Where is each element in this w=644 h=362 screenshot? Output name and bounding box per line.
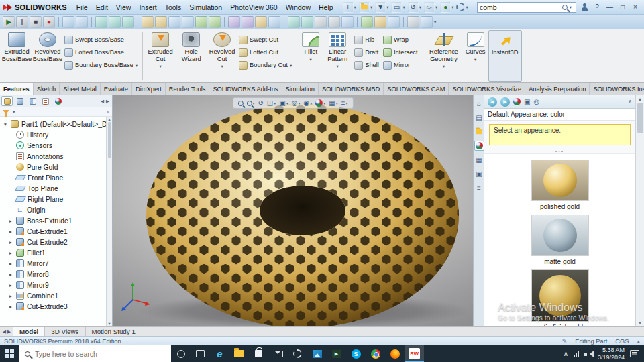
scene-icon[interactable] [241, 16, 254, 28]
view-orientation-icon[interactable] [95, 16, 107, 28]
tab-sheet-metal[interactable]: Sheet Metal [60, 83, 101, 95]
play-icon[interactable]: ▶ [3, 16, 15, 28]
tree-item-annotations[interactable]: Annotations [0, 151, 112, 162]
tray-chevron-up-icon[interactable]: ∧ [564, 350, 568, 357]
expander-icon[interactable]: ▸ [8, 293, 13, 299]
new-document-icon[interactable]: + [343, 2, 354, 13]
expander-icon[interactable]: ▸ [8, 218, 13, 224]
lofted-boss-base-button[interactable]: Lofted Boss/Base [64, 48, 138, 57]
hole-wizard-button[interactable]: Hole Wizard [176, 30, 207, 82]
help-toolbar-icon[interactable] [421, 16, 433, 28]
featuremanager-tree-tab[interactable] [1, 96, 13, 106]
section-view-icon[interactable] [209, 16, 221, 28]
photos-button[interactable] [307, 345, 327, 362]
zoom-area-icon[interactable] [122, 16, 134, 28]
boundary-cut-button[interactable]: Boundary Cut▾ [239, 60, 292, 70]
shell-button[interactable]: Shell [354, 60, 379, 70]
mass-properties-icon[interactable] [182, 16, 194, 28]
display-style-icon[interactable]: ◎▾ [292, 99, 301, 107]
open-document-icon[interactable] [76, 16, 88, 28]
tree-root-part[interactable]: ▾ Part1 (Default<<Default>_Display Sta..… [0, 119, 112, 129]
tab-render-tools[interactable]: Render Tools [166, 83, 210, 95]
tab-evaluate[interactable]: Evaluate [101, 83, 132, 95]
undo-icon[interactable]: ↺ [408, 2, 419, 13]
print-dropdown-arrow[interactable]: ▾ [402, 5, 405, 10]
zoom-fit-icon[interactable] [109, 16, 121, 28]
rebuild-icon[interactable]: ● [440, 2, 451, 13]
expander-icon[interactable]: ▸ [8, 229, 13, 235]
view-settings-icon[interactable]: ≡▾ [341, 99, 348, 107]
new-dropdown-arrow[interactable]: ▾ [354, 5, 356, 10]
render-options-icon[interactable] [315, 16, 327, 28]
measure-icon[interactable] [168, 16, 180, 28]
boundary-boss-dropdown-arrow[interactable]: ▾ [136, 63, 138, 68]
solidworks-resources-tab[interactable]: ⌂ [474, 99, 484, 109]
filter-funnel-icon[interactable] [3, 110, 9, 114]
toolbar-overflow-arrow[interactable]: ▾ [434, 19, 436, 25]
tree-item-mirror9[interactable]: ▸Mirror9 [0, 280, 112, 290]
displaymanager-tab[interactable] [52, 96, 64, 106]
scroll-thumb[interactable] [637, 103, 643, 133]
undo-dropdown-arrow[interactable]: ▾ [419, 5, 421, 10]
camera-icon[interactable] [268, 16, 280, 28]
swept-cut-button[interactable]: Swept Cut [239, 35, 292, 44]
tree-scrollbar[interactable]: ▲ ▼ [106, 117, 112, 326]
start-button[interactable] [0, 345, 19, 362]
more-options[interactable]: ... [484, 147, 635, 153]
open-icon[interactable] [359, 2, 370, 13]
tree-item-sensors[interactable]: Sensors [0, 140, 112, 151]
extruded-boss-base-button[interactable]: Extruded Boss/Base [1, 30, 32, 82]
custom-properties-tab[interactable]: ▣ [474, 169, 484, 179]
expander-icon[interactable]: ▸ [8, 239, 13, 245]
expander-icon[interactable]: ▸ [8, 250, 13, 256]
evaluate-icon[interactable] [195, 16, 207, 28]
intersect-button[interactable]: Intersect [383, 48, 418, 57]
matte-gold-thumbnail[interactable] [531, 215, 589, 256]
taskbar-clock[interactable]: 5:38 AM 3/19/2024 [598, 347, 625, 361]
rebuild-dropdown-arrow[interactable]: ▾ [451, 5, 453, 10]
zoom-area-icon[interactable]: ▾ [246, 101, 254, 106]
schedule-render-icon[interactable] [328, 16, 340, 28]
store-button[interactable] [249, 345, 268, 362]
tab-analysis-preparation[interactable]: Analysis Preparation [525, 83, 590, 95]
rib-button[interactable]: Rib [354, 35, 379, 44]
appearance-item-polished-gold[interactable]: polished gold [520, 160, 600, 210]
menu-photoview-360[interactable]: PhotoView 360 [226, 1, 281, 13]
tree-item-cut-extrude1[interactable]: ▸Cut-Extrude1 [0, 226, 112, 237]
revolved-cut-dropdown-arrow[interactable]: ▾ [221, 63, 223, 70]
cortana-button[interactable] [171, 345, 191, 362]
chrome-button[interactable] [366, 345, 385, 362]
tree-item-mirror7[interactable]: ▸Mirror7 [0, 258, 112, 269]
tab-model[interactable]: Model [13, 327, 45, 336]
tree-scroll-down-arrow[interactable]: ▼ [107, 322, 111, 326]
tab-features[interactable]: Features [0, 83, 34, 95]
volume-icon[interactable] [584, 351, 592, 357]
tree-item-fillet1[interactable]: ▸Fillet1 [0, 247, 112, 258]
tab-sketch[interactable]: Sketch [34, 83, 60, 95]
menu-window[interactable]: Window [282, 1, 315, 13]
torus-model[interactable] [113, 95, 473, 326]
tab-solidworks-visualize[interactable]: SOLIDWORKS Visualize [449, 83, 525, 95]
tab-scroll-right-arrow[interactable]: ▶ [7, 329, 11, 335]
instant3d-button[interactable]: Instant3D [488, 30, 522, 82]
maximize-button[interactable]: □ [619, 3, 627, 11]
pin-icon[interactable]: ◎ [533, 98, 539, 105]
manager-tab-left-arrow[interactable]: ◀ [101, 99, 104, 104]
solidworks-taskbar-button[interactable]: SW [405, 345, 424, 362]
collapse-pane-arrow[interactable]: ∧ [628, 99, 632, 105]
expander-icon[interactable]: ▸ [8, 261, 13, 267]
render-icon[interactable] [288, 16, 300, 28]
lofted-cut-button[interactable]: Lofted Cut [239, 48, 292, 57]
curves-dropdown-arrow[interactable]: ▾ [474, 56, 476, 64]
search-input[interactable] [480, 3, 560, 11]
reference-geometry-dropdown-arrow[interactable]: ▾ [443, 63, 445, 70]
options-dropdown-arrow[interactable]: ▾ [466, 5, 468, 10]
record-icon[interactable]: ● [43, 16, 55, 28]
tree-item-boss-extrude1[interactable]: ▸Boss-Extrude1 [0, 215, 112, 226]
linear-pattern-button[interactable]: Linear Pattern ▾ [322, 30, 353, 82]
help-icon[interactable]: ? [593, 3, 601, 11]
options-icon[interactable] [407, 16, 419, 28]
linear-pattern-dropdown-arrow[interactable]: ▾ [337, 63, 339, 70]
open-dropdown-arrow[interactable]: ▾ [370, 5, 372, 10]
edge-button[interactable]: e [210, 345, 229, 362]
